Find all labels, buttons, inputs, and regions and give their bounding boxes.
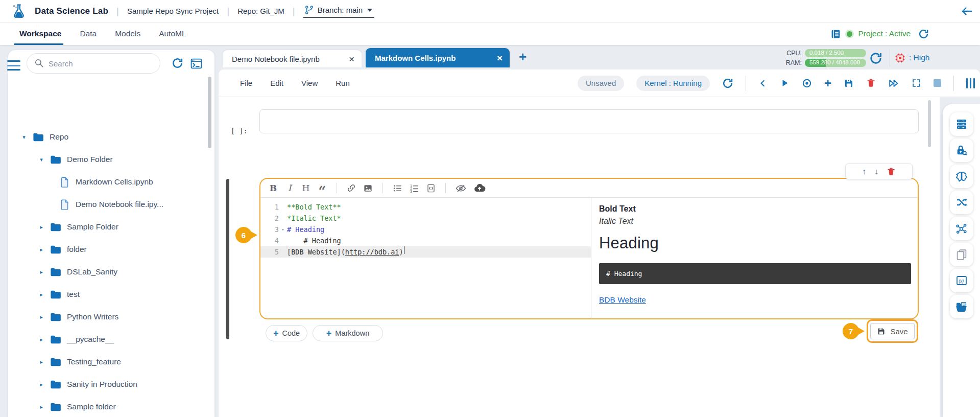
tab-data[interactable]: Data — [80, 29, 97, 38]
tab-models[interactable]: Models — [115, 29, 140, 38]
tree-item-file[interactable]: Markdown Cells.ipynb — [8, 171, 214, 193]
sidebar-scrollbar[interactable] — [208, 77, 211, 148]
expand-toggle-icon[interactable]: ▸ — [38, 291, 45, 298]
move-cell-down-button[interactable]: ↓ — [874, 168, 878, 176]
prev-cell-button[interactable] — [758, 79, 768, 88]
menu-edit[interactable]: Edit — [270, 79, 283, 87]
run-cell-button[interactable] — [780, 78, 790, 88]
tree-item-folder[interactable]: ▸Python Writers — [8, 306, 214, 328]
expand-toggle-icon[interactable]: ▸ — [38, 336, 45, 343]
menu-run[interactable]: Run — [336, 79, 350, 87]
italic-button[interactable]: I — [285, 183, 294, 193]
refresh-tree-button[interactable] — [172, 57, 183, 69]
move-cell-up-button[interactable]: ↑ — [862, 168, 866, 176]
tree-item-folder[interactable]: ▸DSLab_Sanity — [8, 261, 214, 283]
refresh-project-icon[interactable] — [918, 29, 929, 39]
add-cell-button[interactable]: + — [824, 76, 831, 90]
search-input[interactable] — [27, 53, 160, 74]
tree-item-folder[interactable]: ▾Demo Folder — [8, 148, 214, 171]
menu-file[interactable]: File — [240, 79, 252, 87]
tree-item-folder[interactable]: ▾Repo — [8, 126, 214, 148]
notebook-scrollbar[interactable] — [928, 100, 931, 147]
cpu-usage-pill: 0.018 / 2.500 — [805, 49, 866, 57]
restart-kernel-button[interactable] — [802, 78, 812, 88]
sidebar-menu-button[interactable] — [7, 60, 20, 71]
rail-secrets-button[interactable] — [950, 138, 973, 162]
tab-automl[interactable]: AutoML — [159, 29, 186, 38]
refresh-kernel-button[interactable] — [722, 78, 733, 89]
rail-transform-button[interactable] — [950, 191, 973, 214]
expand-toggle-icon[interactable]: ▸ — [38, 269, 45, 275]
tree-item-folder[interactable]: ▸Testing_feature — [8, 351, 214, 373]
expand-toggle-icon[interactable]: ▸ — [38, 224, 45, 230]
tree-item-folder[interactable]: ▸folder — [8, 238, 214, 261]
run-all-button[interactable] — [888, 78, 899, 89]
tree-item-folder[interactable]: ▸Sample Folder — [8, 216, 214, 238]
layout-columns-button[interactable] — [966, 78, 975, 88]
preview-toggle-button[interactable] — [456, 183, 466, 194]
delete-cell-button[interactable] — [887, 167, 896, 176]
project-logs-icon[interactable] — [830, 29, 841, 39]
editor-line[interactable]: 3▾# Heading — [260, 224, 591, 235]
expand-toggle-icon[interactable]: ▸ — [38, 359, 45, 365]
image-button[interactable] — [363, 183, 373, 193]
collapse-toggle-icon[interactable]: ▾ — [20, 134, 28, 141]
branch-switcher[interactable]: Branch: main — [303, 4, 374, 18]
console-button[interactable] — [190, 57, 203, 70]
refresh-resources-button[interactable] — [869, 52, 882, 65]
save-cell-button[interactable]: Save — [870, 323, 915, 339]
upload-button[interactable] — [473, 182, 486, 194]
chip-icon[interactable] — [895, 53, 905, 63]
rail-database-button[interactable] — [950, 112, 973, 136]
menu-view[interactable]: View — [301, 79, 318, 87]
editor-line-active[interactable]: 5[BDB Website](http://bdb.ai) — [260, 246, 591, 258]
bdb-website-link[interactable]: BDB Website — [599, 295, 646, 305]
tree-item-file[interactable]: Demo Notebook file.ipy... — [8, 193, 214, 216]
editor-line[interactable]: 4 # Heading — [260, 235, 591, 246]
close-tab-icon[interactable]: × — [491, 53, 503, 63]
rail-pipeline-button[interactable] — [950, 217, 973, 240]
bullet-list-button[interactable] — [393, 183, 402, 193]
fullscreen-button[interactable] — [912, 78, 921, 88]
expand-toggle-icon[interactable]: ▸ — [38, 381, 45, 388]
link-button[interactable] — [347, 183, 356, 193]
heading-button[interactable]: H — [301, 183, 310, 193]
markdown-cell[interactable]: B I H “ 1**Bold Text** 2*Italic Text* 3▾… — [259, 178, 919, 319]
tree-item-folder[interactable]: ▸Sample folder — [8, 396, 214, 417]
close-tab-icon[interactable]: × — [343, 54, 354, 64]
markdown-editor[interactable]: 1**Bold Text** 2*Italic Text* 3▾# Headin… — [260, 198, 591, 318]
tree-item-folder[interactable]: ▸test — [8, 283, 214, 306]
bold-button[interactable]: B — [269, 183, 278, 193]
expand-toggle-icon[interactable]: ▸ — [38, 246, 45, 253]
stop-button[interactable] — [934, 79, 941, 87]
tree-item-folder[interactable]: ▸__pycache__ — [8, 328, 214, 351]
expand-toggle-icon[interactable]: ▸ — [38, 314, 45, 320]
tab-workspace[interactable]: Workspace — [19, 29, 61, 38]
rail-functions-button[interactable] — [950, 269, 973, 292]
save-notebook-button[interactable] — [844, 78, 854, 88]
back-button[interactable] — [961, 5, 973, 17]
rail-copy-button[interactable] — [950, 243, 973, 266]
project-status-area: Project : Active — [830, 22, 929, 45]
rail-models-button[interactable] — [950, 165, 973, 188]
numbered-list-button[interactable] — [410, 183, 419, 193]
branch-label: Branch: main — [318, 6, 363, 14]
add-code-button[interactable]: + Code — [266, 325, 307, 341]
add-markdown-button[interactable]: + Markdown — [313, 325, 383, 341]
brain-icon — [955, 170, 968, 183]
delete-cell-button[interactable] — [866, 78, 876, 88]
cpu-label: CPU: — [780, 50, 802, 57]
editor-line[interactable]: 2*Italic Text* — [260, 213, 591, 224]
file-tab-demo-notebook[interactable]: Demo Notebook file.ipynb × — [223, 50, 362, 67]
new-tab-button[interactable]: + — [519, 49, 527, 65]
rail-files-button[interactable] — [950, 295, 973, 318]
quote-button[interactable]: “ — [318, 182, 327, 194]
file-tab-markdown-cells[interactable]: Markdown Cells.ipynb × — [366, 48, 510, 67]
expand-toggle-icon[interactable]: ▸ — [38, 404, 45, 410]
fold-toggle-icon[interactable]: ▾ — [279, 224, 287, 235]
collapse-toggle-icon[interactable]: ▾ — [38, 156, 45, 163]
tree-item-folder[interactable]: ▸Sanity in Production — [8, 373, 214, 396]
editor-line[interactable]: 1**Bold Text** — [260, 201, 591, 213]
code-block-button[interactable] — [426, 183, 436, 193]
empty-code-cell[interactable] — [259, 109, 919, 133]
